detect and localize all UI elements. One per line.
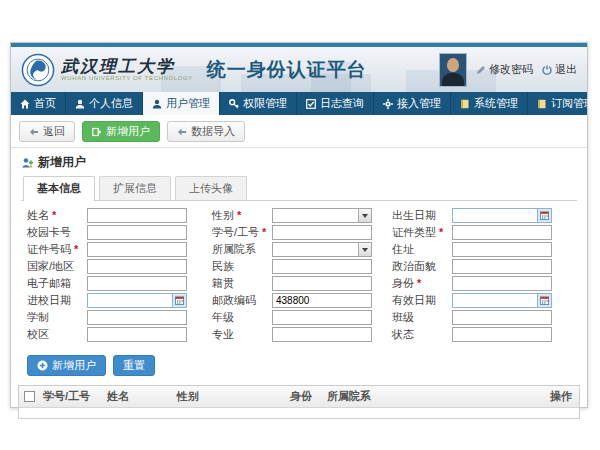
calendar-icon[interactable] <box>537 294 551 307</box>
tab-extended-info[interactable]: 扩展信息 <box>99 176 171 200</box>
logout-label: 退出 <box>555 62 577 77</box>
country-region-label: 国家/地区 <box>27 259 87 274</box>
change-password-label: 修改密码 <box>489 62 533 77</box>
nav-item-user-mgmt[interactable]: 用户管理 <box>143 92 220 115</box>
field-campus-card: 校园卡号 <box>27 225 202 240</box>
department-select[interactable] <box>272 242 372 257</box>
field-status: 状态 <box>392 327 572 342</box>
nav-item-subscription-mgmt[interactable]: 订阅管理 <box>528 92 600 115</box>
name-input[interactable] <box>87 208 187 223</box>
campus-input[interactable] <box>87 327 187 342</box>
data-import-label: 数据导入 <box>191 124 235 139</box>
status-input[interactable] <box>452 327 552 342</box>
postal-code-label: 邮政编码 <box>212 293 272 308</box>
country-region-input[interactable] <box>87 259 187 274</box>
logout-link[interactable]: 退出 <box>542 62 577 77</box>
id-type-input[interactable] <box>452 225 552 240</box>
grade-label: 年级 <box>212 310 272 325</box>
users-icon <box>152 99 162 109</box>
department-label: 所属院系 <box>212 242 272 257</box>
university-name-en: WUHAN UNIVERSITY OF TECHNOLOGY <box>61 75 193 82</box>
id-number-label: 证件号码 <box>27 242 87 257</box>
calendar-icon[interactable] <box>537 209 551 222</box>
add-user-submit-button[interactable]: 新增用户 <box>27 355 106 376</box>
address-label: 住址 <box>392 242 452 257</box>
birth-date-input[interactable] <box>452 208 552 223</box>
major-label: 专业 <box>212 327 272 342</box>
tab-upload-avatar[interactable]: 上传头像 <box>175 176 247 200</box>
enroll-date-input[interactable] <box>87 293 187 308</box>
postal-code-input[interactable] <box>272 293 372 308</box>
id-type-label: 证件类型 <box>392 225 452 240</box>
reset-label: 重置 <box>123 358 145 373</box>
dropdown-arrow-icon[interactable] <box>358 209 371 222</box>
field-student-id: 学号/工号 <box>212 225 382 240</box>
grade-input[interactable] <box>272 310 372 325</box>
address-input[interactable] <box>452 242 552 257</box>
form-actions: 新增用户 重置 <box>11 349 587 383</box>
platform-title: 统一身份认证平台 <box>207 57 367 83</box>
nav-label: 用户管理 <box>166 96 210 111</box>
field-major: 专业 <box>212 327 382 342</box>
major-input[interactable] <box>272 327 372 342</box>
class-input[interactable] <box>452 310 552 325</box>
email-label: 电子邮箱 <box>27 276 87 291</box>
nav-item-home[interactable]: 首页 <box>11 92 66 115</box>
back-button[interactable]: 返回 <box>19 121 75 142</box>
id-number-input[interactable] <box>87 242 187 257</box>
nav-item-profile[interactable]: 个人信息 <box>66 92 143 115</box>
nav-item-log-query[interactable]: 日志查询 <box>297 92 374 115</box>
valid-date-input[interactable] <box>452 293 552 308</box>
gender-select[interactable] <box>272 208 372 223</box>
nav-label: 接入管理 <box>397 96 441 111</box>
field-id-number: 证件号码 <box>27 242 202 257</box>
change-password-link[interactable]: 修改密码 <box>476 62 533 77</box>
identity-input[interactable] <box>452 276 552 291</box>
campus-card-input[interactable] <box>87 225 187 240</box>
col-operation: 操作 <box>546 389 579 404</box>
reset-button[interactable]: 重置 <box>113 355 155 376</box>
field-department: 所属院系 <box>212 242 382 257</box>
add-user-button[interactable]: 新增用户 <box>82 121 160 142</box>
nav-label: 个人信息 <box>89 96 133 111</box>
nav-item-access-mgmt[interactable]: 接入管理 <box>374 92 451 115</box>
campus-card-label: 校园卡号 <box>27 225 87 240</box>
results-table: 学号/工号 姓名 性别 身份 所属院系 操作 <box>18 385 580 419</box>
field-political-status: 政治面貌 <box>392 259 572 274</box>
native-place-label: 籍贯 <box>212 276 272 291</box>
field-campus: 校区 <box>27 327 202 342</box>
ethnicity-label: 民族 <box>212 259 272 274</box>
select-all-checkbox[interactable] <box>24 391 35 402</box>
ethnicity-input[interactable] <box>272 259 372 274</box>
gender-label: 性别 <box>212 208 272 223</box>
field-email: 电子邮箱 <box>27 276 202 291</box>
nav-item-permission-mgmt[interactable]: 权限管理 <box>220 92 297 115</box>
data-import-button[interactable]: 数据导入 <box>167 121 245 142</box>
add-user-section-icon <box>21 157 33 169</box>
field-valid-date: 有效日期 <box>392 293 572 308</box>
plus-circle-icon <box>37 360 48 371</box>
col-gender: 性别 <box>173 389 286 404</box>
political-status-input[interactable] <box>452 259 552 274</box>
add-user-label: 新增用户 <box>106 124 150 139</box>
native-place-input[interactable] <box>272 276 372 291</box>
field-grade: 年级 <box>212 310 382 325</box>
nav-label: 订阅管理 <box>551 96 595 111</box>
import-arrow-icon <box>177 127 187 137</box>
valid-date-label: 有效日期 <box>392 293 452 308</box>
student-id-input[interactable] <box>272 225 372 240</box>
dropdown-arrow-icon[interactable] <box>358 243 371 256</box>
tab-basic-info[interactable]: 基本信息 <box>23 176 95 201</box>
schooling-length-input[interactable] <box>87 310 187 325</box>
identity-label: 身份 <box>392 276 452 291</box>
field-enroll-date: 进校日期 <box>27 293 202 308</box>
nav-item-system-mgmt[interactable]: 系统管理 <box>451 92 528 115</box>
field-name: 姓名 <box>27 208 202 223</box>
calendar-icon[interactable] <box>172 294 186 307</box>
app-header: 武汉理工大学 WUHAN UNIVERSITY OF TECHNOLOGY 统一… <box>11 47 587 92</box>
app-window: 武汉理工大学 WUHAN UNIVERSITY OF TECHNOLOGY 统一… <box>10 42 588 408</box>
enroll-date-label: 进校日期 <box>27 293 87 308</box>
field-identity: 身份 <box>392 276 572 291</box>
email-input[interactable] <box>87 276 187 291</box>
status-label: 状态 <box>392 327 452 342</box>
